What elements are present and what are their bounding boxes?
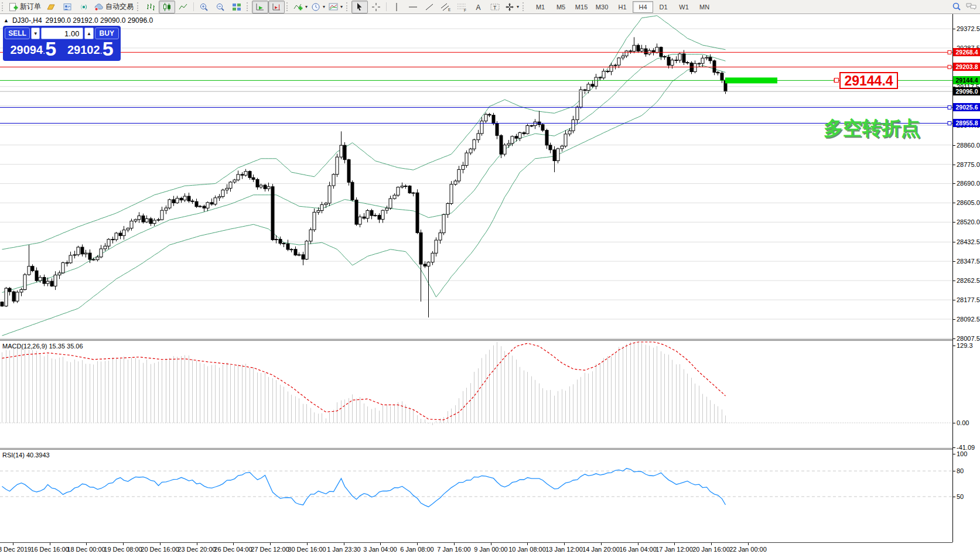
candle-body <box>713 61 716 73</box>
zoom-out-button[interactable] <box>212 1 228 13</box>
candle-body <box>568 131 571 134</box>
toolbar-separator <box>386 2 387 11</box>
text-label-button[interactable]: T <box>487 1 503 13</box>
text-button[interactable]: A <box>470 1 487 13</box>
timeframe-m30-button[interactable]: M30 <box>592 1 612 13</box>
candle-body <box>130 221 133 228</box>
line-handle[interactable] <box>948 121 951 125</box>
axis-tick-label: 28177.5 <box>953 296 980 304</box>
chevron-down-icon[interactable]: ▾ <box>323 4 325 9</box>
candle-body <box>153 220 156 224</box>
price-callout-label[interactable]: 29144.4 <box>839 72 898 89</box>
toolbar-grip[interactable] <box>523 2 525 11</box>
line-chart-button[interactable] <box>175 1 192 13</box>
timeframe-d1-button[interactable]: D1 <box>653 1 674 13</box>
charts-button[interactable] <box>43 1 59 13</box>
cursor-button[interactable] <box>351 1 368 13</box>
price-axis[interactable]: 29372.529287.529202.529117.529032.528947… <box>952 14 980 542</box>
candle-body <box>374 216 377 216</box>
toolbar-grip[interactable] <box>286 2 289 11</box>
volume-down-button[interactable]: ▼ <box>31 28 40 39</box>
tick-mark <box>953 497 955 497</box>
new-order-button[interactable]: 新订单 <box>7 1 43 13</box>
metaeditor-button[interactable] <box>59 1 76 13</box>
templates-button[interactable]: ▾ <box>327 1 344 13</box>
axis-tick-label: 50 <box>953 493 980 501</box>
candle-body <box>221 190 224 196</box>
candle-body <box>81 247 84 254</box>
trendline-button[interactable] <box>421 1 438 13</box>
candle-body <box>54 275 57 286</box>
toolbar-grip[interactable] <box>137 2 140 11</box>
timeframe-h4-button[interactable]: H4 <box>633 1 653 13</box>
chart-shift-button[interactable] <box>268 1 285 13</box>
toolbar-grip[interactable] <box>2 2 5 11</box>
toolbar-grip[interactable] <box>247 2 250 11</box>
indicators-button[interactable]: ▾ <box>292 1 309 13</box>
timeframe-m15-button[interactable]: M15 <box>571 1 592 13</box>
line-handle[interactable] <box>948 65 951 69</box>
candle-body <box>267 187 270 189</box>
buy-price[interactable]: 29102.5 <box>62 39 119 59</box>
candle-body <box>690 63 693 71</box>
timeframe-w1-button[interactable]: W1 <box>674 1 694 13</box>
tick-mark <box>953 423 955 423</box>
candlestick-series <box>1 37 727 318</box>
main-chart-canvas[interactable] <box>0 14 952 339</box>
time-axis[interactable]: 13 Dec 201916 Dec 16:0018 Dec 00:0019 De… <box>0 542 952 554</box>
timeframe-m5-button[interactable]: M5 <box>551 1 571 13</box>
fibonacci-button[interactable]: F <box>454 1 470 13</box>
chart-annotation-text[interactable]: 多空转折点 <box>824 115 920 142</box>
collapse-panel-icon[interactable]: ▲ <box>4 18 9 23</box>
tick-mark <box>953 183 955 184</box>
candle-body <box>385 208 388 210</box>
tick-mark <box>953 300 955 300</box>
chevron-down-icon[interactable]: ▾ <box>517 4 519 9</box>
crosshair-icon <box>371 2 381 12</box>
sell-button[interactable]: SELL <box>5 28 30 39</box>
horizontal-line-button[interactable] <box>405 1 421 13</box>
bar-chart-button[interactable] <box>142 1 159 13</box>
periods-button[interactable]: ▾ <box>309 1 327 13</box>
candle-body <box>241 175 244 175</box>
macd-canvas[interactable] <box>0 341 952 448</box>
zoom-in-button[interactable] <box>196 1 212 13</box>
time-tick-mark <box>564 543 565 545</box>
candle-body <box>637 45 640 51</box>
candle-body <box>424 264 426 266</box>
timeframe-h1-button[interactable]: H1 <box>612 1 633 13</box>
chevron-down-icon[interactable]: ▾ <box>305 4 308 9</box>
vertical-line-button[interactable] <box>388 1 405 13</box>
arrows-button[interactable]: ▾ <box>503 1 521 13</box>
highlight-bar[interactable] <box>725 77 777 83</box>
rsi-canvas[interactable] <box>0 450 952 542</box>
signals-button[interactable] <box>76 1 92 13</box>
chevron-down-icon[interactable]: ▾ <box>340 4 343 9</box>
tile-windows-button[interactable] <box>228 1 245 13</box>
candle-body <box>96 257 99 260</box>
time-tick-label: 3 Jan 04:00 <box>363 546 397 553</box>
main-chart-pane: ▲ DJ30-,H4 29190.0 29192.0 29090.0 29096… <box>0 14 952 339</box>
candle-body <box>523 133 525 134</box>
line-handle[interactable] <box>948 50 951 54</box>
timeframe-m1-button[interactable]: M1 <box>530 1 551 13</box>
autotrading-button[interactable]: 自动交易 <box>92 1 135 13</box>
toolbar-grip[interactable] <box>346 2 349 11</box>
line-chart-icon <box>179 2 188 12</box>
macd-histogram <box>2 342 726 425</box>
axis-tick-label: 28432.5 <box>953 238 980 246</box>
callout-handle[interactable] <box>834 78 839 83</box>
auto-scroll-button[interactable] <box>252 1 268 13</box>
timeframe-mn-button[interactable]: MN <box>694 1 715 13</box>
candlestick-chart-button[interactable] <box>159 1 175 13</box>
volume-down-icon: ▼ <box>33 31 38 36</box>
sell-price[interactable]: 29094.5 <box>5 39 62 59</box>
volume-up-button[interactable]: ▲ <box>84 28 93 39</box>
search-icon[interactable] <box>952 2 961 11</box>
crosshair-button[interactable] <box>368 1 384 13</box>
candle-body <box>256 179 259 187</box>
chat-icon[interactable] <box>966 2 976 11</box>
line-handle[interactable] <box>948 105 951 109</box>
equidistant-channel-button[interactable]: E <box>438 1 454 13</box>
candle-body <box>484 114 487 121</box>
